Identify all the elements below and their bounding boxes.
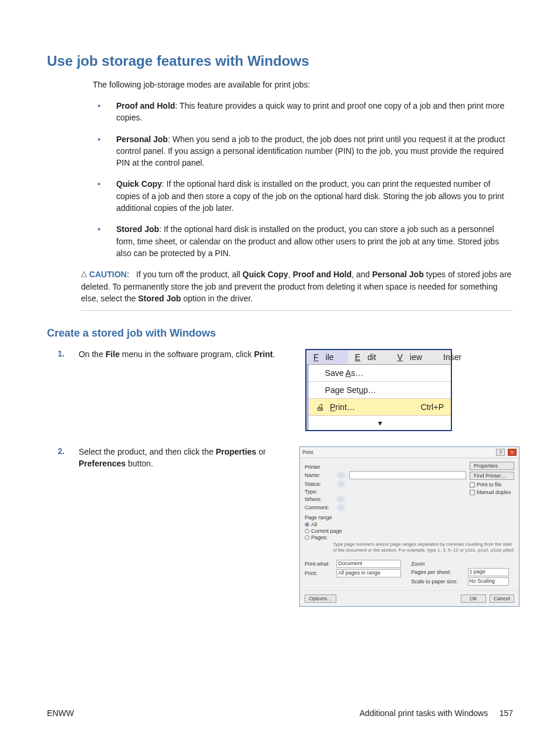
printer-name-select[interactable]	[349, 471, 466, 479]
menu-item-pagesetup[interactable]: Page Setup…	[309, 382, 451, 399]
printer-icon	[336, 472, 346, 479]
print-select[interactable]: All pages in range	[336, 569, 401, 577]
type-label: Type:	[305, 489, 333, 495]
menu-view[interactable]: View	[390, 350, 436, 364]
caution-label: CAUTION:	[89, 270, 129, 279]
find-printer-button[interactable]: Find Printer…	[470, 472, 514, 480]
list-item: Stored Job: If the optional hard disk is…	[93, 223, 513, 259]
blur-icon	[336, 480, 346, 488]
page-number: 157	[500, 708, 513, 718]
step-bold: File	[106, 350, 120, 359]
step-row: 2. Select the product, and then click th…	[47, 446, 513, 607]
step-bold: Preferences	[79, 459, 126, 468]
radio-icon	[305, 535, 309, 540]
caution-icon: △	[81, 269, 87, 278]
status-label: Status:	[305, 481, 333, 487]
options-button[interactable]: Options…	[305, 594, 336, 603]
print-dialog-screenshot: Print ? × Printer Name: Status:	[299, 446, 519, 607]
caution-text: , and	[352, 270, 372, 279]
radio-icon	[305, 529, 309, 533]
list-item: Proof and Hold: This feature provides a …	[93, 100, 513, 124]
t: On the	[79, 350, 106, 359]
t: ile	[319, 350, 341, 364]
scale-label: Scale to paper size:	[411, 579, 464, 584]
t: Print to file	[477, 482, 502, 488]
caution-text	[131, 270, 136, 279]
print-to-file-checkbox[interactable]: Print to file	[470, 482, 514, 488]
blur-icon	[336, 496, 346, 503]
step-bold: Properties	[215, 447, 256, 456]
page-footer: ENWW Additional print tasks with Windows…	[47, 708, 513, 718]
caution-bold: Personal Job	[372, 270, 424, 279]
caution-block: △ CAUTION: If you turn off the product, …	[81, 268, 513, 311]
caution-bold: Quick Copy	[242, 270, 288, 279]
mode-desc: : When you send a job to the product, th…	[116, 135, 505, 168]
step-number: 2.	[47, 446, 65, 456]
pages-per-sheet-select[interactable]: 1 page	[468, 568, 509, 576]
checkbox-icon	[470, 490, 475, 495]
mode-name: Quick Copy	[116, 179, 162, 189]
mode-list: Proof and Hold: This feature provides a …	[93, 100, 513, 259]
caution-text: ,	[288, 270, 293, 279]
mode-desc: : This feature provides a quick way to p…	[116, 101, 504, 122]
footer-left: ENWW	[47, 708, 74, 718]
radio-icon	[305, 522, 309, 527]
step-text: On the File menu in the software program…	[67, 349, 284, 361]
t: or	[257, 447, 266, 456]
menu-edit[interactable]: Edit	[348, 350, 390, 364]
menu-item-saveas[interactable]: Save As…	[309, 365, 451, 382]
t: All	[311, 522, 317, 527]
t: Pages:	[311, 535, 328, 540]
menu-bar: File Edit View Inser	[306, 350, 451, 365]
pages-per-sheet-label: Pages per sheet:	[411, 569, 464, 575]
t: button.	[126, 459, 153, 468]
t: Current page	[311, 528, 342, 534]
dialog-title: Print	[302, 449, 313, 455]
print-label: Print:	[305, 570, 333, 576]
caution-text: If you turn off the product, all	[136, 270, 242, 279]
t: iew	[403, 350, 429, 364]
mode-name: Proof and Hold	[116, 101, 175, 110]
t: dit	[360, 350, 383, 364]
comment-label: Comment:	[305, 505, 333, 510]
mode-desc: : If the optional hard disk is installed…	[116, 179, 504, 213]
step-row: 1. On the File menu in the software prog…	[47, 349, 513, 431]
zoom-label: Zoom	[411, 561, 515, 567]
section-title: Create a stored job with Windows	[47, 327, 513, 340]
caution-bold: Proof and Hold	[293, 270, 352, 279]
print-what-select[interactable]: Document	[336, 560, 401, 568]
scale-select[interactable]: No Scaling	[468, 577, 509, 586]
radio-pages[interactable]: Pages:	[305, 535, 514, 540]
dialog-titlebar: Print ? ×	[300, 447, 519, 458]
print-what-label: Print what:	[305, 561, 333, 567]
step-text: Select the product, and then click the P…	[67, 446, 284, 469]
mode-name: Stored Job	[116, 224, 159, 234]
cancel-button[interactable]: Cancel	[490, 594, 514, 603]
menu-file[interactable]: File	[306, 350, 348, 364]
page-range-note: Type page numbers and/or page ranges sep…	[333, 542, 514, 553]
step-number: 1.	[47, 349, 65, 358]
where-label: Where:	[305, 496, 333, 502]
menu-item-print[interactable]: 🖨Print… Ctrl+P	[309, 399, 451, 416]
step-bold: Print	[254, 350, 273, 359]
close-button[interactable]: ×	[508, 449, 517, 456]
file-menu-screenshot: File Edit View Inser Save As… Page Setup…	[305, 349, 452, 431]
caution-text: option in the driver.	[181, 294, 252, 303]
menu-dropdown: Save As… Page Setup… 🖨Print… Ctrl+P ▾	[306, 365, 451, 430]
page-title: Use job storage features with Windows	[47, 53, 513, 69]
menu-expand-icon[interactable]: ▾	[309, 416, 451, 430]
name-label: Name:	[305, 472, 333, 478]
help-button[interactable]: ?	[496, 449, 505, 456]
radio-current[interactable]: Current page	[305, 528, 514, 534]
ok-button[interactable]: OK	[461, 594, 486, 603]
page-range-label: Page range	[305, 515, 514, 520]
intro-text: The following job-storage modes are avai…	[93, 80, 513, 89]
menu-insert[interactable]: Inser	[436, 350, 468, 364]
manual-duplex-checkbox[interactable]: Manual duplex	[470, 489, 514, 495]
radio-all[interactable]: All	[305, 522, 514, 527]
caution-bold: Stored Job	[138, 294, 181, 303]
properties-button[interactable]: Properties	[470, 462, 514, 470]
printer-group-label: Printer	[305, 464, 466, 470]
shortcut-text: Ctrl+P	[421, 402, 444, 412]
t: Manual duplex	[477, 489, 511, 495]
